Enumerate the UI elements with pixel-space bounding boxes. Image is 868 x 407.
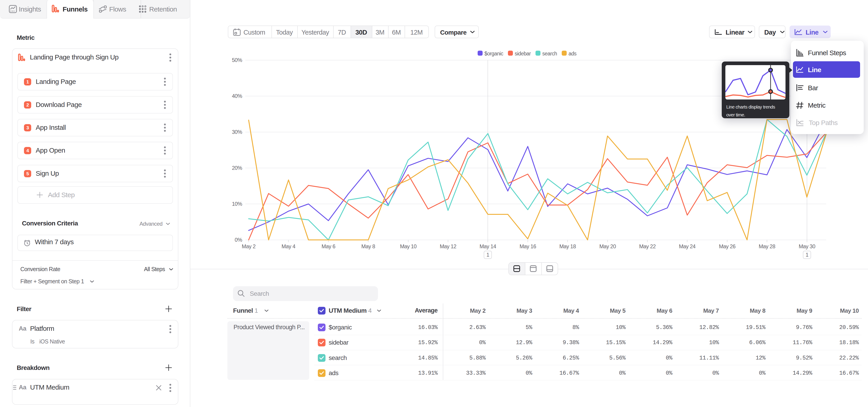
svg-text:1: 1 [806,252,808,258]
svg-text:May 4: May 4 [282,244,296,249]
svg-text:20%: 20% [232,165,242,171]
svg-text:May 16: May 16 [520,244,536,249]
svg-text:50%: 50% [232,57,242,63]
svg-text:May 20: May 20 [599,244,616,249]
svg-text:30%: 30% [232,129,242,135]
svg-text:May 30: May 30 [799,244,815,249]
svg-text:May 12: May 12 [440,244,456,249]
svg-text:May 22: May 22 [639,244,655,249]
svg-text:May 6: May 6 [322,244,336,249]
svg-text:40%: 40% [232,93,242,99]
svg-text:May 2: May 2 [242,244,256,249]
svg-text:May 26: May 26 [719,244,736,249]
svg-text:May 28: May 28 [758,244,775,249]
svg-text:May 10: May 10 [400,244,416,249]
svg-text:May 14: May 14 [479,244,496,249]
svg-text:May 8: May 8 [362,244,375,249]
svg-text:10%: 10% [232,201,242,207]
svg-text:May 18: May 18 [559,244,576,249]
svg-text:May 24: May 24 [679,244,695,249]
svg-text:0%: 0% [235,237,242,243]
svg-text:1: 1 [487,252,489,258]
